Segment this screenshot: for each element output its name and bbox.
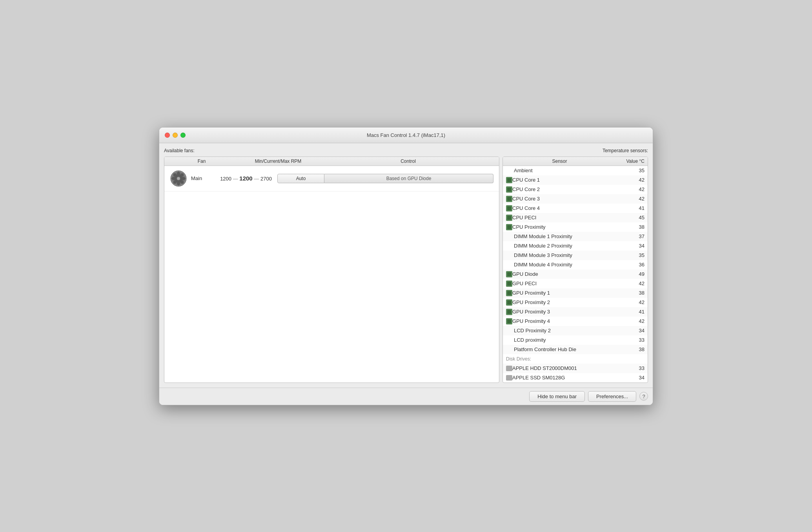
fan-row: Main 1200 — 1200 — 2700 Auto Based on GP…: [164, 166, 499, 191]
fan-icon: [169, 169, 188, 188]
content-area: Available fans: Temperature sensors: Fan…: [159, 143, 653, 388]
sensor-name: GPU Proximity 4: [512, 318, 625, 324]
maximize-button[interactable]: [180, 133, 186, 138]
sensor-value: 36: [625, 262, 645, 268]
sensor-value: 42: [625, 186, 645, 192]
fans-section-label: Available fans:: [164, 148, 501, 153]
sensors-list: Ambient35CPU Core 142CPU Core 242CPU Cor…: [503, 166, 648, 383]
sensor-row: CPU Core 142: [503, 175, 648, 185]
sensor-row: GPU Diode49: [503, 270, 648, 279]
sensor-row: DIMM Module 3 Proximity35: [503, 251, 648, 260]
fan-col-header: Fan: [164, 159, 239, 164]
sensor-value: 34: [625, 243, 645, 249]
sensor-value: 38: [625, 290, 645, 296]
rpm-current: 1200: [239, 175, 252, 182]
fan-rpm: 1200 — 1200 — 2700: [215, 175, 277, 182]
value-col-header: Value °C: [613, 159, 645, 164]
sensor-row: DIMM Module 1 Proximity37: [503, 232, 648, 241]
chip-icon: [506, 205, 512, 211]
sensor-value: 41: [625, 309, 645, 315]
help-button[interactable]: ?: [639, 392, 648, 401]
sensor-name: CPU Core 4: [512, 205, 625, 211]
sensor-value: 33: [625, 337, 645, 343]
sensor-col-header: Sensor: [506, 159, 613, 164]
drive-icon: [506, 375, 512, 381]
sensors-table-header: Sensor Value °C: [503, 157, 648, 166]
sensor-value: 45: [625, 215, 645, 220]
sensor-row: CPU Core 441: [503, 204, 648, 213]
fans-table-header: Fan Min/Current/Max RPM Control: [164, 157, 499, 166]
chip-icon: [506, 299, 512, 306]
titlebar: Macs Fan Control 1.4.7 (iMac17,1): [159, 128, 653, 143]
auto-button[interactable]: Auto: [277, 174, 324, 183]
sensor-row: Platform Controller Hub Die38: [503, 345, 648, 354]
window-controls: [165, 133, 186, 138]
sensor-name: GPU Proximity 2: [512, 299, 625, 305]
sensor-row: CPU PECI45: [503, 213, 648, 222]
chip-icon: [506, 224, 512, 230]
sensor-value: 34: [625, 328, 645, 333]
rpm-dash2: —: [254, 176, 260, 182]
sensor-value: 37: [625, 233, 645, 239]
sensor-name: GPU Proximity 1: [512, 290, 625, 296]
sensor-value: 42: [625, 177, 645, 183]
rpm-col-header: Min/Current/Max RPM: [239, 159, 317, 164]
sensor-name: Disk Drives:: [506, 356, 645, 362]
sensor-value: 34: [625, 375, 645, 381]
fan-control: Auto Based on GPU Diode: [277, 174, 493, 183]
sensor-value: 42: [625, 281, 645, 286]
sensor-row: GPU PECI42: [503, 279, 648, 288]
section-labels: Available fans: Temperature sensors:: [164, 148, 648, 153]
sensor-row: LCD Proximity 234: [503, 326, 648, 335]
chip-icon: [506, 290, 512, 296]
sensor-row: CPU Proximity38: [503, 222, 648, 232]
sensor-name: Platform Controller Hub Die: [514, 346, 625, 352]
sensor-value: 41: [625, 205, 645, 211]
app-window: Macs Fan Control 1.4.7 (iMac17,1) Availa…: [159, 127, 653, 405]
svg-point-10: [177, 177, 180, 180]
sensor-row: GPU Proximity 138: [503, 288, 648, 298]
sensor-name: CPU PECI: [512, 215, 625, 220]
fans-panel: Fan Min/Current/Max RPM Control: [164, 157, 499, 383]
sensor-name: DIMM Module 4 Proximity: [514, 262, 625, 268]
sensor-name: GPU Proximity 3: [512, 309, 625, 315]
chip-icon: [506, 196, 512, 202]
fan-name: Main: [191, 175, 215, 181]
sensor-row: CPU Core 342: [503, 194, 648, 204]
chip-icon: [506, 309, 512, 315]
sensor-name: CPU Proximity: [512, 224, 625, 230]
sensor-name: CPU Core 3: [512, 196, 625, 202]
close-button[interactable]: [165, 133, 170, 138]
sensor-name: GPU PECI: [512, 281, 625, 286]
sensor-name: CPU Core 1: [512, 177, 625, 183]
sensor-value: 38: [625, 224, 645, 230]
mode-button[interactable]: Based on GPU Diode: [324, 174, 493, 183]
control-col-header: Control: [317, 159, 499, 164]
sensor-row: GPU Proximity 442: [503, 317, 648, 326]
sensor-name: Ambient: [514, 168, 625, 173]
rpm-min: 1200: [220, 176, 231, 182]
sensor-row: APPLE SSD SM0128G34: [503, 373, 648, 383]
sensor-row: DIMM Module 4 Proximity36: [503, 260, 648, 270]
sensor-name: DIMM Module 2 Proximity: [514, 243, 625, 249]
sensor-name: APPLE SSD SM0128G: [512, 375, 625, 381]
sensor-row: Disk Drives:: [503, 354, 648, 364]
main-area: Fan Min/Current/Max RPM Control: [164, 157, 648, 383]
sensors-panel: Sensor Value °C Ambient35CPU Core 142CPU…: [502, 157, 648, 383]
sensor-value: 38: [625, 346, 645, 352]
sensor-value: 33: [625, 365, 645, 371]
bottom-bar: Hide to menu bar Preferences... ?: [159, 388, 653, 405]
sensor-name: DIMM Module 1 Proximity: [514, 233, 625, 239]
sensor-value: 35: [625, 252, 645, 258]
window-title: Macs Fan Control 1.4.7 (iMac17,1): [367, 132, 445, 138]
hide-to-menu-bar-button[interactable]: Hide to menu bar: [529, 391, 585, 402]
chip-icon: [506, 281, 512, 287]
fan-graphic: [170, 170, 187, 187]
sensor-row: Ambient35: [503, 166, 648, 175]
rpm-max: 2700: [260, 176, 272, 182]
sensor-value: 35: [625, 168, 645, 173]
preferences-button[interactable]: Preferences...: [588, 391, 636, 402]
sensor-row: LCD proximity33: [503, 335, 648, 345]
rpm-dash1: —: [233, 176, 240, 182]
minimize-button[interactable]: [173, 133, 178, 138]
